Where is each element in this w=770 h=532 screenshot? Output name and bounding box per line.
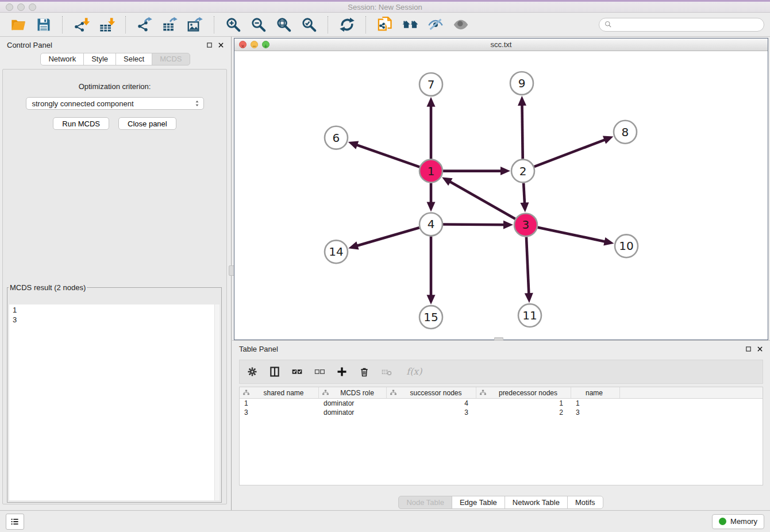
status-bar: Memory [0, 510, 770, 532]
graph-edge[interactable] [538, 228, 614, 246]
table-cell[interactable]: 4 [387, 399, 476, 407]
graph-edge[interactable] [518, 96, 526, 159]
memory-label: Memory [730, 517, 757, 526]
graph-edge[interactable] [427, 236, 436, 304]
tab-mcds[interactable]: MCDS [152, 53, 190, 65]
run-mcds-button[interactable]: Run MCDS [53, 117, 109, 130]
task-history-button[interactable] [6, 514, 24, 530]
zoom-out-icon[interactable] [251, 17, 267, 33]
graph-node[interactable]: 14 [325, 240, 348, 263]
graph-node[interactable]: 3 [514, 213, 537, 236]
scrollbar[interactable] [214, 304, 220, 500]
attr-icon [242, 389, 250, 396]
gear-icon[interactable] [247, 366, 258, 377]
zoom-selected-icon[interactable] [301, 17, 317, 33]
graph-node[interactable]: 7 [419, 73, 442, 96]
close-panel-button[interactable]: Close panel [118, 117, 176, 130]
graph-edge[interactable] [525, 237, 533, 303]
search-input[interactable] [615, 20, 759, 29]
table-cell[interactable]: 3 [240, 408, 319, 417]
graph-edge[interactable] [443, 167, 510, 175]
table-cell[interactable]: 1 [571, 399, 620, 407]
column-header-name[interactable]: name [571, 387, 620, 398]
clone-network-icon[interactable] [377, 17, 393, 33]
add-icon[interactable] [336, 366, 348, 377]
graph-edge[interactable] [442, 177, 515, 219]
tab-network[interactable]: Network [40, 53, 84, 65]
criterion-select[interactable]: strongly connected component [26, 97, 204, 110]
double-home-icon[interactable] [402, 17, 418, 33]
svg-text:10: 10 [619, 239, 633, 253]
graph-edge[interactable] [520, 183, 529, 213]
graph-edge[interactable] [534, 136, 614, 167]
select-all-icon[interactable] [291, 366, 303, 377]
graph-edge[interactable] [348, 141, 419, 167]
zoom-fit-icon[interactable] [276, 17, 292, 33]
tab-motifs[interactable]: Motifs [567, 496, 603, 509]
table-cell[interactable]: dominator [319, 408, 387, 417]
table-cell[interactable]: dominator [319, 399, 387, 407]
mcds-result-title: MCDS result (2 nodes) [9, 283, 87, 292]
import-network-icon[interactable] [74, 17, 90, 33]
network-canvas[interactable]: 7968124314101511 [234, 51, 768, 340]
svg-text:9: 9 [518, 76, 526, 90]
graph-node[interactable]: 10 [615, 234, 638, 257]
float-panel-icon[interactable] [745, 346, 752, 352]
memory-button[interactable]: Memory [712, 514, 764, 529]
attr-icon [479, 389, 487, 396]
attr-icon [322, 389, 329, 396]
deselect-all-icon[interactable] [314, 366, 325, 377]
tab-network-table[interactable]: Network Table [505, 496, 568, 509]
criterion-label: Optimization criterion: [3, 82, 226, 91]
save-session-icon[interactable] [36, 17, 52, 33]
mcds-result-area[interactable]: 1 3 [9, 304, 220, 500]
graph-node[interactable]: 15 [419, 306, 442, 329]
table-cell[interactable]: 1 [240, 399, 319, 407]
tab-edge-table[interactable]: Edge Table [452, 496, 505, 509]
close-panel-icon[interactable] [218, 42, 224, 48]
graph-node[interactable]: 8 [614, 121, 637, 144]
refresh-icon[interactable] [339, 17, 355, 33]
graph-node[interactable]: 4 [419, 213, 442, 236]
graph-edge[interactable] [427, 183, 436, 212]
tab-select[interactable]: Select [116, 53, 152, 65]
tab-node-table[interactable]: Node Table [398, 496, 452, 509]
graph-node[interactable]: 9 [510, 72, 533, 95]
graph-node[interactable]: 6 [325, 126, 348, 149]
float-panel-icon[interactable] [206, 42, 213, 48]
table-cell[interactable]: 1 [476, 399, 571, 407]
graph-node[interactable]: 1 [419, 160, 442, 183]
eye-icon[interactable] [453, 17, 469, 33]
column-header-shared-name[interactable]: shared name [240, 387, 319, 398]
column-header-mcds-role[interactable]: MCDS role [319, 387, 387, 398]
table-row[interactable]: 3dominator323 [240, 408, 763, 417]
column-header-successor-nodes[interactable]: successor nodes [387, 387, 476, 398]
mcds-panel: Optimization criterion: strongly connect… [2, 69, 227, 504]
column-header-predecessor-nodes[interactable]: predecessor nodes [476, 387, 571, 398]
network-window-titlebar[interactable]: scc.txt [234, 38, 768, 51]
control-panel-header: Control Panel [0, 37, 231, 53]
columns-icon[interactable] [269, 366, 280, 377]
table-row[interactable]: 1dominator411 [240, 399, 763, 408]
export-network-icon[interactable] [137, 17, 153, 33]
table-toolbar: f(x) [239, 360, 763, 384]
table-cell[interactable]: 2 [476, 408, 571, 417]
graph-node[interactable]: 2 [511, 160, 534, 183]
trash-icon[interactable] [359, 366, 370, 377]
table-cell[interactable]: 3 [387, 408, 476, 417]
table-cell[interactable]: 3 [571, 408, 620, 417]
graph-edge[interactable] [427, 97, 436, 159]
open-session-icon[interactable] [10, 17, 26, 33]
tab-style[interactable]: Style [83, 53, 116, 65]
eye-slash-icon[interactable] [428, 17, 444, 33]
zoom-in-icon[interactable] [225, 17, 241, 33]
close-panel-icon[interactable] [757, 346, 763, 352]
search-box[interactable] [599, 18, 764, 32]
graph-edge[interactable] [443, 221, 513, 229]
export-image-icon[interactable] [187, 17, 203, 33]
table-panel-header: Table Panel [232, 341, 770, 357]
graph-edge[interactable] [348, 228, 419, 249]
import-table-icon[interactable] [99, 17, 115, 33]
export-table-icon[interactable] [162, 17, 178, 33]
graph-node[interactable]: 11 [518, 304, 541, 327]
